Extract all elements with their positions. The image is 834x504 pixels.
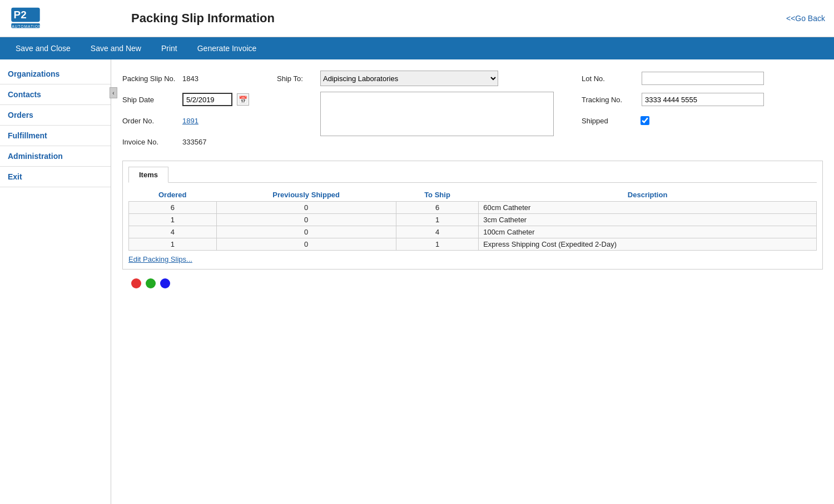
lot-no-label: Lot No. [582,74,637,83]
cell-description: 100cm Catheter [479,226,817,238]
dot-blue [160,278,170,288]
sidebar-item-contacts[interactable]: Contacts [0,84,111,105]
svg-text:AUTOMATION: AUTOMATION [12,24,42,28]
tracking-no-input[interactable] [642,93,764,106]
col-ordered: Ordered [129,188,217,202]
cell-prev_shipped: 0 [216,238,396,251]
col-prev-shipped: Previously Shipped [216,188,396,202]
edit-packing-slips-link[interactable]: Edit Packing Slips... [128,255,192,263]
page-title: Packing Slip Information [120,11,786,26]
sidebar-item-organizations[interactable]: Organizations [0,64,111,84]
calendar-icon[interactable]: 📅 [237,93,249,106]
order-no-label: Order No. [122,117,178,125]
cell-ordered: 1 [129,214,217,226]
table-row: 60660cm Catheter [129,202,817,214]
ship-to-select[interactable]: Adipiscing Laboratories [320,71,498,86]
cell-to_ship: 1 [396,238,478,251]
cell-prev_shipped: 0 [216,226,396,238]
items-table: Ordered Previously Shipped To Ship Descr… [128,188,817,251]
sidebar: ‹ Organizations Contacts Orders Fulfillm… [0,59,111,504]
items-section: Items Ordered Previously Shipped To Ship… [122,161,823,270]
ship-to-address-textarea[interactable] [320,92,554,136]
generate-invoice-button[interactable]: Generate Invoice [187,39,267,57]
shipped-checkbox[interactable] [641,116,649,125]
cell-to_ship: 6 [396,202,478,214]
bottom-dots [122,270,823,297]
packing-slip-no-value: 1843 [182,74,198,83]
table-row: 404100cm Catheter [129,226,817,238]
table-row: 101Express Shipping Cost (Expedited 2-Da… [129,238,817,251]
sidebar-item-fulfillment[interactable]: Fulfillment [0,126,111,146]
sidebar-item-administration[interactable]: Administration [0,146,111,167]
ship-date-input[interactable] [182,93,232,106]
sidebar-item-orders[interactable]: Orders [0,105,111,126]
lot-no-input[interactable] [642,72,764,85]
save-close-button[interactable]: Save and Close [6,39,81,57]
cell-to_ship: 1 [396,214,478,226]
col-to-ship: To Ship [396,188,478,202]
table-row: 1013cm Catheter [129,214,817,226]
sidebar-item-exit[interactable]: Exit [0,167,111,187]
cell-description: Express Shipping Cost (Expedited 2-Day) [479,238,817,251]
svg-text:P2: P2 [14,9,27,21]
ship-to-label: Ship To: [277,74,316,83]
cell-description: 60cm Catheter [479,202,817,214]
packing-slip-no-label: Packing Slip No. [122,74,178,83]
print-button[interactable]: Print [151,39,187,57]
cell-ordered: 4 [129,226,217,238]
cell-to_ship: 4 [396,226,478,238]
cell-prev_shipped: 0 [216,214,396,226]
cell-description: 3cm Catheter [479,214,817,226]
cell-ordered: 6 [129,202,217,214]
order-no-link[interactable]: 1891 [182,117,198,125]
dot-red [131,278,141,288]
cell-ordered: 1 [129,238,217,251]
shipped-label: Shipped [582,117,637,125]
invoice-no-value: 333567 [182,138,206,146]
tab-items[interactable]: Items [128,167,168,183]
col-description: Description [479,188,817,202]
ship-date-label: Ship Date [122,96,178,104]
cell-prev_shipped: 0 [216,202,396,214]
dot-green [146,278,156,288]
sidebar-collapse-arrow[interactable]: ‹ [110,87,117,98]
save-new-button[interactable]: Save and New [81,39,151,57]
go-back-link[interactable]: <<Go Back [786,14,825,23]
tracking-no-label: Tracking No. [582,96,637,104]
invoice-no-label: Invoice No. [122,138,178,146]
